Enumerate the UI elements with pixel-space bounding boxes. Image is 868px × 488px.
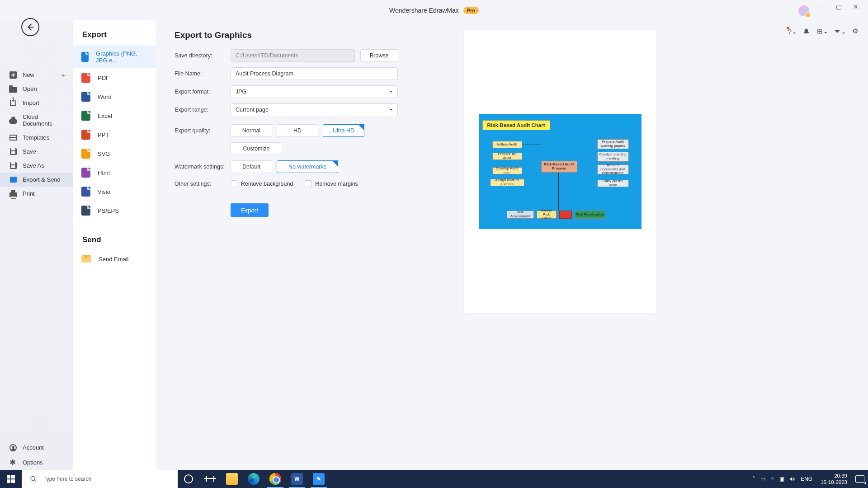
clock-time: 20:39 bbox=[821, 473, 847, 479]
export-type-sidebar: Export Graphics (PNG, JPG e...PDFWordExc… bbox=[73, 20, 156, 470]
minimize-button[interactable]: ─ bbox=[814, 0, 829, 14]
file-icon bbox=[81, 92, 90, 102]
sidebar-item-templates[interactable]: Templates bbox=[0, 131, 73, 145]
tray-chevron-icon[interactable]: ˄ bbox=[752, 476, 755, 482]
edge-icon bbox=[248, 473, 259, 485]
export-type-ps-eps[interactable]: PS/EPS bbox=[73, 201, 156, 220]
preview-node: Risk Assessment bbox=[507, 211, 534, 219]
remove-bg-checkbox[interactable]: Remove background bbox=[231, 180, 293, 187]
send-email-item[interactable]: Send Email bbox=[73, 251, 156, 267]
export-heading: Export bbox=[73, 28, 156, 46]
file-icon bbox=[81, 73, 90, 83]
checkbox-label: Remove margins bbox=[315, 181, 358, 187]
arrow-left-icon bbox=[25, 22, 35, 32]
sidebar-item-save[interactable]: Save bbox=[0, 145, 73, 159]
taskview-icon bbox=[206, 476, 214, 482]
maximize-button[interactable]: ▢ bbox=[831, 0, 846, 14]
sidebar-item-cloud[interactable]: Cloud Documents bbox=[0, 110, 73, 131]
sidebar-item-label: Graphics (PNG, JPG e... bbox=[96, 50, 147, 64]
preview-node: Prepare for Audit bbox=[492, 153, 522, 160]
avatar[interactable] bbox=[798, 5, 809, 16]
taskbar-edraw[interactable]: ✎ bbox=[308, 470, 330, 488]
sidebar-item-label: Templates bbox=[23, 134, 49, 141]
watermark-default[interactable]: Default bbox=[231, 160, 272, 173]
chevron-down-icon bbox=[389, 91, 393, 94]
taskbar-cortana[interactable] bbox=[178, 470, 199, 488]
action-center[interactable]: 4 bbox=[852, 470, 868, 488]
pro-badge: Pro bbox=[463, 7, 479, 14]
export-type-pdf[interactable]: PDF bbox=[73, 68, 156, 87]
taskbar-edge[interactable] bbox=[243, 470, 264, 488]
export-type-visio[interactable]: Visio bbox=[73, 182, 156, 201]
help-icon[interactable]: ? bbox=[788, 28, 796, 35]
checkbox-label: Remove background bbox=[241, 181, 293, 187]
back-button[interactable] bbox=[21, 18, 39, 36]
tray-wifi-icon[interactable]: ⌔ bbox=[771, 476, 774, 482]
taskbar-search[interactable]: Type here to search bbox=[22, 470, 178, 488]
format-select[interactable]: JPG bbox=[231, 85, 398, 98]
filename-label: File Name: bbox=[175, 70, 231, 77]
tray-volume-icon[interactable]: 🔊︎ bbox=[790, 476, 795, 482]
format-label: Export format: bbox=[175, 89, 231, 95]
tray-language[interactable]: ENG bbox=[801, 476, 812, 482]
save-dir-input[interactable] bbox=[231, 49, 355, 62]
range-label: Export range: bbox=[175, 107, 231, 113]
taskbar-clock[interactable]: 20:39 15-10-2023 bbox=[816, 473, 852, 486]
export-button[interactable]: Export bbox=[231, 203, 269, 217]
filename-input[interactable] bbox=[231, 67, 398, 80]
export-type-svg[interactable]: SVG bbox=[73, 144, 156, 163]
browse-button[interactable]: Browse bbox=[360, 49, 398, 62]
preview-panel: Risk-Based Audit Chart Risk-Based Audit … bbox=[464, 30, 656, 313]
quality-ultra-hd[interactable]: Ultra HD bbox=[323, 124, 364, 137]
sidebar-item-import[interactable]: Import bbox=[0, 96, 73, 110]
sidebar-item-open[interactable]: Open bbox=[0, 82, 73, 96]
sidebar-item-print[interactable]: Print bbox=[0, 187, 73, 201]
tray-battery-icon[interactable]: ▣ bbox=[779, 476, 784, 482]
plus-icon[interactable]: + bbox=[61, 71, 65, 79]
sidebar-item-new[interactable]: New + bbox=[0, 68, 73, 82]
customize-button[interactable]: Customize bbox=[231, 142, 282, 155]
sidebar-item-options[interactable]: Options bbox=[0, 455, 73, 470]
clock-date: 15-10-2023 bbox=[821, 479, 847, 485]
export-type-excel[interactable]: Excel bbox=[73, 106, 156, 125]
export-type-html[interactable]: Html bbox=[73, 163, 156, 182]
taskbar: Type here to search W ✎ ˄ ▭ ⌔ ▣ 🔊︎ ENG 2… bbox=[0, 470, 868, 488]
quality-hd[interactable]: HD bbox=[277, 124, 318, 137]
gear-icon[interactable]: ⚙ bbox=[852, 27, 858, 35]
remove-margins-checkbox[interactable]: Remove margins bbox=[305, 180, 358, 187]
import-icon bbox=[10, 100, 16, 106]
start-button[interactable] bbox=[0, 470, 22, 488]
tray-meet-icon[interactable]: ▭ bbox=[760, 476, 765, 482]
preview-node: Conduct opening meeting bbox=[597, 152, 629, 162]
export-type-word[interactable]: Word bbox=[73, 87, 156, 106]
sidebar-item-saveas[interactable]: Save As bbox=[0, 159, 73, 173]
word-icon: W bbox=[291, 473, 303, 485]
notification-count: 4 bbox=[864, 481, 866, 485]
taskbar-chrome[interactable] bbox=[264, 470, 286, 488]
preview-node bbox=[559, 211, 572, 219]
range-select[interactable]: Current page bbox=[231, 103, 398, 116]
file-icon bbox=[81, 111, 90, 121]
apps-icon[interactable]: ⊞ bbox=[817, 27, 827, 35]
sidebar-item-label: Html bbox=[98, 169, 110, 176]
export-type-graphics-png-jpg-e-[interactable]: Graphics (PNG, JPG e... bbox=[73, 46, 156, 68]
system-tray: ˄ ▭ ⌔ ▣ 🔊︎ ENG bbox=[752, 476, 816, 482]
watermark-no-watermarks[interactable]: No watermarks bbox=[277, 160, 338, 173]
taskbar-explorer[interactable] bbox=[221, 470, 243, 488]
taskbar-word[interactable]: W bbox=[286, 470, 308, 488]
sidebar-item-label: Visio bbox=[98, 188, 110, 195]
taskbar-taskview[interactable] bbox=[199, 470, 221, 488]
preview-image: Risk-Based Audit Chart Risk-Based Audit … bbox=[479, 114, 642, 229]
filter-icon[interactable]: ⏷ bbox=[834, 28, 845, 35]
sidebar-item-account[interactable]: Account bbox=[0, 440, 73, 455]
close-button[interactable]: ✕ bbox=[848, 0, 863, 14]
preview-node: Record documents and communicate bbox=[597, 164, 629, 174]
other-label: Other settings: bbox=[175, 181, 231, 187]
preview-center: Risk-Based Audit Process bbox=[541, 161, 577, 173]
sidebar-item-export-send[interactable]: Export & Send bbox=[0, 173, 73, 187]
search-placeholder: Type here to search bbox=[43, 476, 91, 482]
export-type-ppt[interactable]: PPT bbox=[73, 125, 156, 144]
quality-normal[interactable]: Normal bbox=[231, 124, 272, 137]
bell-icon[interactable]: 🔔︎ bbox=[803, 28, 810, 35]
sidebar-item-label: Send Email bbox=[99, 256, 128, 263]
